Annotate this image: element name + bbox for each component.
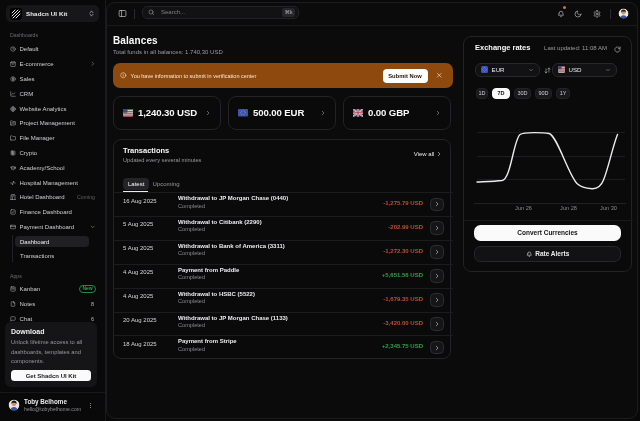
svg-text:Jun 26: Jun 26 xyxy=(515,205,532,211)
svg-text:Jun 30: Jun 30 xyxy=(600,205,617,211)
svg-text:Jun 28: Jun 28 xyxy=(560,205,577,211)
